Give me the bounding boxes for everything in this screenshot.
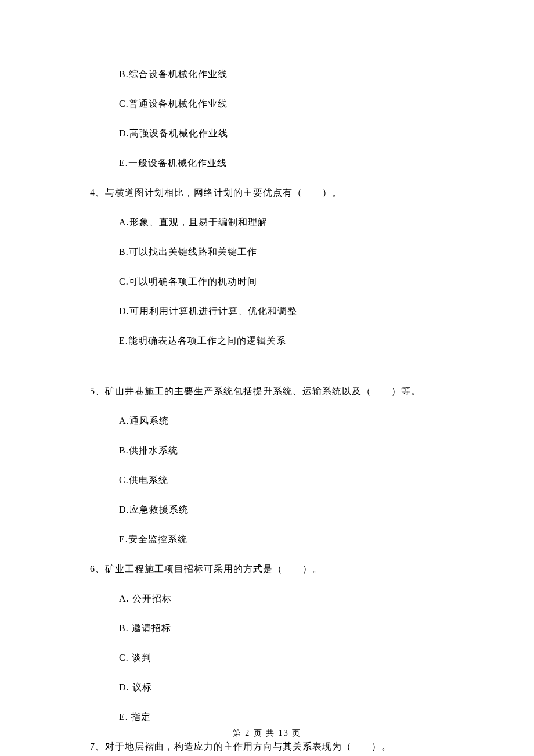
question-3-options-continued: B.综合设备机械化作业线 C.普通设备机械化作业线 D.高强设备机械化作业线 E… bbox=[90, 69, 444, 170]
option-3-e: E.一般设备机械化作业线 bbox=[119, 157, 444, 170]
page-footer: 第 2 页 共 13 页 bbox=[0, 728, 534, 739]
option-6-b: B. 邀请招标 bbox=[119, 622, 444, 635]
option-5-d: D.应急救援系统 bbox=[119, 504, 444, 516]
option-3-c: C.普通设备机械化作业线 bbox=[119, 98, 444, 110]
question-6: 6、矿业工程施工项目招标可采用的方式是（ ）。 A. 公开招标 B. 邀请招标 … bbox=[90, 563, 444, 723]
option-3-b: B.综合设备机械化作业线 bbox=[119, 69, 444, 81]
option-4-b: B.可以找出关键线路和关键工作 bbox=[119, 246, 444, 258]
option-6-d: D. 议标 bbox=[119, 682, 444, 694]
question-5-stem: 5、矿山井巷施工的主要生产系统包括提升系统、运输系统以及（ ）等。 bbox=[90, 386, 444, 398]
question-4-stem: 4、与横道图计划相比，网络计划的主要优点有（ ）。 bbox=[90, 187, 444, 199]
option-3-d: D.高强设备机械化作业线 bbox=[119, 128, 444, 140]
option-4-a: A.形象、直观，且易于编制和理解 bbox=[119, 217, 444, 229]
option-5-e: E.安全监控系统 bbox=[119, 534, 444, 546]
option-5-a: A.通风系统 bbox=[119, 415, 444, 427]
option-4-c: C.可以明确各项工作的机动时间 bbox=[119, 276, 444, 288]
option-6-e: E. 指定 bbox=[119, 711, 444, 723]
page-content: B.综合设备机械化作业线 C.普通设备机械化作业线 D.高强设备机械化作业线 E… bbox=[0, 0, 534, 756]
option-4-e: E.能明确表达各项工作之间的逻辑关系 bbox=[119, 335, 444, 347]
option-6-c: C. 谈判 bbox=[119, 652, 444, 664]
question-4: 4、与横道图计划相比，网络计划的主要优点有（ ）。 A.形象、直观，且易于编制和… bbox=[90, 187, 444, 347]
question-5: 5、矿山井巷施工的主要生产系统包括提升系统、运输系统以及（ ）等。 A.通风系统… bbox=[90, 386, 444, 546]
question-7: 7、对于地层褶曲，构造应力的主作用方向与其关系表现为（ ）。 A.主作用方向与褶… bbox=[90, 741, 444, 756]
option-4-d: D.可用利用计算机进行计算、优化和调整 bbox=[119, 305, 444, 318]
question-6-stem: 6、矿业工程施工项目招标可采用的方式是（ ）。 bbox=[90, 563, 444, 575]
option-5-c: C.供电系统 bbox=[119, 474, 444, 487]
option-6-a: A. 公开招标 bbox=[119, 593, 444, 605]
option-5-b: B.供排水系统 bbox=[119, 445, 444, 457]
question-7-stem: 7、对于地层褶曲，构造应力的主作用方向与其关系表现为（ ）。 bbox=[90, 741, 444, 753]
spacer bbox=[90, 365, 444, 386]
